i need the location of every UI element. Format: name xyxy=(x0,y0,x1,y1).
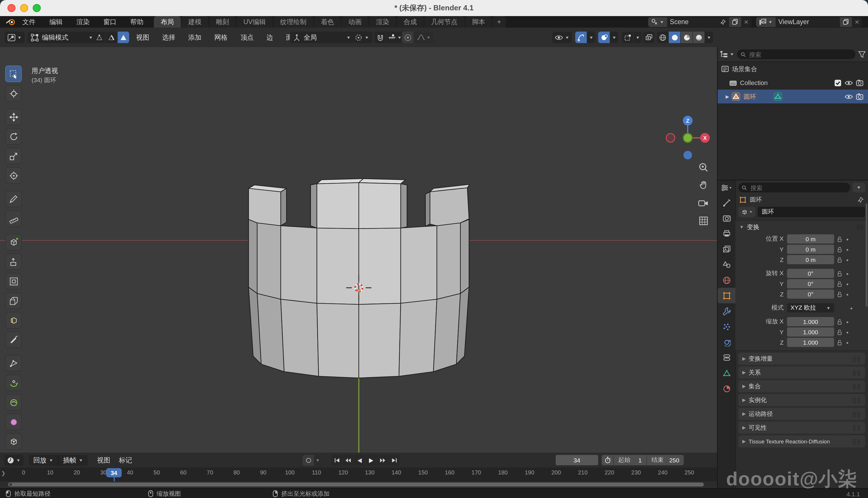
play-reverse-button[interactable] xyxy=(354,455,365,466)
workspace-tab-modeling[interactable]: 建模 xyxy=(181,16,208,28)
tab-tool[interactable] xyxy=(718,195,735,210)
lock-icon[interactable] xyxy=(837,339,842,345)
toggle-ortho-icon[interactable] xyxy=(697,214,709,227)
tool-shrink-fatten[interactable] xyxy=(5,414,22,430)
mesh-object[interactable] xyxy=(241,128,482,392)
outliner-editor-type-button[interactable]: ▼ xyxy=(720,51,734,58)
menu-file[interactable]: 文件 xyxy=(15,16,42,28)
lock-icon[interactable] xyxy=(837,318,842,325)
animate-dot[interactable]: ● xyxy=(846,292,849,296)
menu-window[interactable]: 窗口 xyxy=(96,16,123,28)
location-z-field[interactable]: 0 m xyxy=(787,255,834,264)
scale-x-field[interactable]: 1.000 xyxy=(787,317,834,326)
lock-icon[interactable] xyxy=(837,270,842,277)
collection-disable-render-icon[interactable] xyxy=(856,79,864,86)
workspace-tab-animation[interactable]: 动画 xyxy=(342,16,368,28)
animate-dot[interactable]: ● xyxy=(846,271,849,275)
current-frame-field[interactable]: 34 xyxy=(556,455,598,465)
object-disable-render-icon[interactable] xyxy=(856,93,864,100)
jump-to-end-button[interactable] xyxy=(389,455,399,466)
animate-dot[interactable]: ● xyxy=(846,282,849,286)
play-button[interactable] xyxy=(366,455,377,466)
properties-search[interactable] xyxy=(738,183,850,193)
rotation-x-field[interactable]: 0° xyxy=(787,269,834,278)
location-y-field[interactable]: 0 m xyxy=(787,245,834,254)
workspace-tab-uv[interactable]: UV编辑 xyxy=(236,16,273,28)
tab-render[interactable] xyxy=(718,210,735,226)
scale-y-field[interactable]: 1.000 xyxy=(787,327,834,337)
object-hide-eye-icon[interactable] xyxy=(844,93,853,100)
menu-view[interactable]: 视图 xyxy=(131,28,154,47)
tool-extrude-region[interactable] xyxy=(5,253,22,270)
rotation-z-field[interactable]: 0° xyxy=(787,289,834,299)
tool-annotate[interactable] xyxy=(5,191,22,207)
lock-icon[interactable] xyxy=(837,246,842,252)
collection-hide-eye-icon[interactable] xyxy=(844,80,853,86)
vertex-select-button[interactable] xyxy=(94,31,105,43)
section-instancing[interactable]: ▶实例化⣿⣿ xyxy=(738,394,865,406)
tool-poly-build[interactable] xyxy=(5,355,22,372)
animate-dot[interactable]: ● xyxy=(846,247,849,251)
tab-modifiers[interactable] xyxy=(718,303,735,319)
mode-dropdown[interactable]: 编辑模式 ▼ xyxy=(28,31,96,43)
tool-edge-slide[interactable] xyxy=(5,433,22,450)
lock-icon[interactable] xyxy=(837,291,842,297)
tool-scale[interactable] xyxy=(5,148,22,164)
workspace-tab-layout[interactable]: 布局 xyxy=(154,16,181,28)
properties-scrollbar[interactable] xyxy=(866,203,867,307)
scale-z-field[interactable]: 1.000 xyxy=(787,338,834,347)
tab-object[interactable] xyxy=(718,288,735,303)
menu-help[interactable]: 帮助 xyxy=(123,16,150,28)
viewlayer-name[interactable]: ViewLayer xyxy=(776,17,840,27)
shading-rendered-button[interactable] xyxy=(693,31,704,43)
zoom-view-icon[interactable] xyxy=(697,161,709,173)
outliner-row-scene-collection[interactable]: 场景集合 xyxy=(718,62,868,76)
menu-timeline-view[interactable]: 视图 xyxy=(92,450,116,470)
menu-select[interactable]: 选择 xyxy=(157,28,180,47)
outliner-row-collection[interactable]: Collection xyxy=(718,76,868,90)
lock-icon[interactable] xyxy=(837,329,842,335)
menu-render[interactable]: 渲染 xyxy=(69,16,96,28)
properties-editor-type-button[interactable]: ▼ xyxy=(718,180,735,195)
workspace-tab-compositing[interactable]: 合成 xyxy=(397,16,424,28)
animate-dot[interactable]: ● xyxy=(850,306,853,310)
tool-smooth[interactable] xyxy=(5,394,22,411)
rotation-y-field[interactable]: 0° xyxy=(787,279,834,288)
autokey-toggle[interactable] xyxy=(302,455,314,466)
viewlayer-remove-button[interactable]: ✕ xyxy=(852,17,862,27)
autokey-dropdown[interactable]: ▼ xyxy=(314,455,322,466)
menu-vertex[interactable]: 顶点 xyxy=(235,28,259,47)
section-tissue[interactable]: ▶Tissue Texture Reaction-Diffusion⣿⣿ xyxy=(738,435,865,447)
shading-solid-button[interactable] xyxy=(669,31,680,43)
tool-spin[interactable] xyxy=(5,375,22,391)
visibility-dropdown[interactable]: ▼ xyxy=(552,31,572,43)
transform-orientation-dropdown[interactable]: 全局 ▼ xyxy=(290,31,354,43)
menu-edit[interactable]: 编辑 xyxy=(42,16,69,28)
animate-dot[interactable]: ● xyxy=(846,237,849,241)
lock-icon[interactable] xyxy=(837,257,842,263)
tool-bevel[interactable] xyxy=(5,292,22,309)
edit-gizmo-dropdown[interactable]: ▼ xyxy=(634,31,642,43)
jump-to-start-button[interactable] xyxy=(331,455,342,466)
object-name-field[interactable]: 圆环 xyxy=(758,207,865,217)
tab-particles[interactable] xyxy=(718,319,735,334)
location-x-field[interactable]: 0 m xyxy=(787,234,834,244)
timeline-ruler[interactable]: ❯ 01020304050607080901001101201301401501… xyxy=(0,468,717,481)
tool-cursor[interactable] xyxy=(5,85,22,102)
tool-measure[interactable] xyxy=(5,210,22,227)
menu-edge[interactable]: 边 xyxy=(261,28,279,47)
scene-pin-icon[interactable] xyxy=(717,17,729,27)
editor-type-button[interactable]: ▼ xyxy=(4,31,25,43)
tab-material[interactable] xyxy=(718,381,735,396)
workspace-tab-rendering[interactable]: 渲染 xyxy=(369,16,396,28)
tab-object-data[interactable] xyxy=(718,365,735,381)
snap-target-dropdown[interactable]: ▼ xyxy=(386,31,404,43)
tool-select-box[interactable] xyxy=(5,65,22,82)
animate-dot[interactable]: ● xyxy=(846,320,849,324)
scene-browse-button[interactable]: ▼ xyxy=(648,17,667,27)
animate-dot[interactable]: ● xyxy=(846,330,849,334)
show-gizmo-toggle[interactable] xyxy=(575,31,587,43)
properties-search-input[interactable] xyxy=(749,184,847,192)
outliner-search[interactable] xyxy=(737,49,855,59)
tab-scene[interactable] xyxy=(718,257,735,272)
